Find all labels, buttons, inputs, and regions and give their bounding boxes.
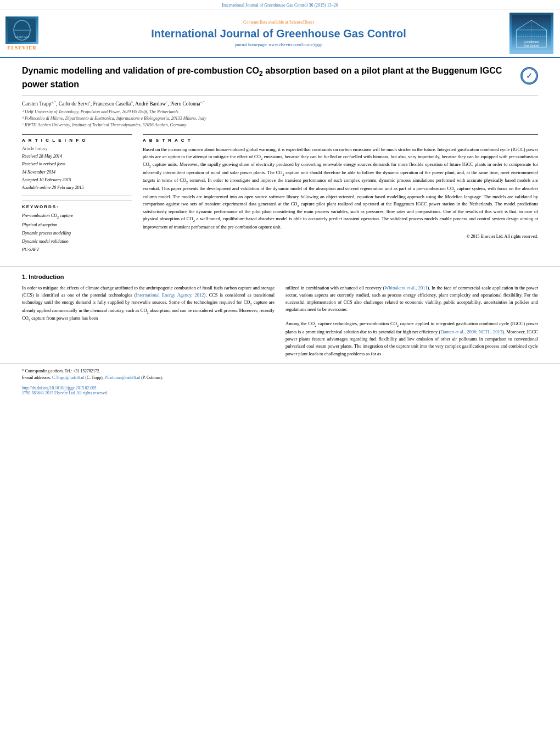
sciencedirect-link[interactable]: Contents lists available at ScienceDirec… bbox=[243, 20, 314, 25]
intro-col-left: In order to mitigate the effects of clim… bbox=[22, 284, 275, 358]
ref-whittaker-link[interactable]: Whittakera et al., 2011 bbox=[384, 285, 427, 291]
keyword-2: Physical absorption bbox=[22, 221, 132, 229]
greenhouse-badge-section: Greenhouse Gas Control bbox=[508, 13, 555, 54]
elsevier-logo: ELSEVIER ELSEVIER bbox=[5, 16, 38, 51]
intro-left-text: In order to mitigate the effects of clim… bbox=[22, 284, 275, 323]
ref-damen-link[interactable]: Damen et al., 2006; NETL, 2013 bbox=[440, 329, 502, 334]
ref-iea-link[interactable]: International Energy Agency, 2012 bbox=[136, 292, 204, 298]
keyword-3: Dynamic process modelling bbox=[22, 229, 132, 237]
intro-right-text-2: Among the CO2 capture technologies, pre-… bbox=[285, 320, 538, 357]
article-title-section: Dynamic modelling and validation of pre-… bbox=[22, 65, 538, 96]
affiliations: ᵃ Delft University of Technology, Propul… bbox=[22, 109, 538, 129]
article-body: Dynamic modelling and validation of pre-… bbox=[0, 58, 560, 260]
top-bar: International Journal of Greenhouse Gas … bbox=[0, 0, 560, 9]
affiliation-b: ᵇ Politecnico di Milano, Dipartimento di… bbox=[22, 115, 538, 122]
keywords-heading: Keywords: bbox=[22, 204, 132, 209]
footnote-section: * Corresponding authors. Tel.: +31 15278… bbox=[0, 363, 560, 383]
journal-homepage[interactable]: journal homepage: www.elsevier.com/locat… bbox=[234, 42, 322, 47]
article-history: Article history: Received 28 May 2014 Re… bbox=[22, 145, 132, 192]
keyword-1: Pre-combustion CO2 capture bbox=[22, 211, 132, 221]
section-divider bbox=[0, 266, 560, 267]
footnote-text: * Corresponding authors. Tel.: +31 15278… bbox=[22, 368, 538, 381]
journal-header: ELSEVIER ELSEVIER Contents lists availab… bbox=[0, 9, 560, 58]
svg-text:✓: ✓ bbox=[526, 72, 533, 80]
elsevier-logo-section: ELSEVIER ELSEVIER bbox=[5, 13, 49, 54]
abstract-heading: A B S T R A C T bbox=[143, 138, 538, 143]
page-wrapper: International Journal of Greenhouse Gas … bbox=[0, 0, 560, 742]
abstract-text: Based on the increasing concern about hu… bbox=[143, 146, 538, 231]
elsevier-logo-image: ELSEVIER bbox=[5, 16, 38, 44]
email-link-colonna[interactable]: P.Colonna@tudelft.nl bbox=[105, 375, 141, 380]
journal-title: International Journal of Greenhouse Gas … bbox=[151, 27, 406, 40]
doi-section: http://dx.doi.org/10.1016/j.ijggc.2015.0… bbox=[0, 383, 560, 398]
affiliation-a: ᵃ Delft University of Technology, Propul… bbox=[22, 109, 538, 115]
svg-text:Gas Control: Gas Control bbox=[524, 44, 538, 47]
intro-two-col: In order to mitigate the effects of clim… bbox=[22, 284, 538, 358]
keyword-4: Dynamic model validation bbox=[22, 237, 132, 246]
issn-text: 1750-5836/© 2015 Elsevier Ltd. All right… bbox=[22, 390, 108, 395]
info-abstract-section: A R T I C L E I N F O Article history: R… bbox=[22, 134, 538, 254]
article-info-box: A R T I C L E I N F O Article history: R… bbox=[22, 134, 132, 196]
svg-text:ELSEVIER: ELSEVIER bbox=[14, 35, 30, 38]
article-title: Dynamic modelling and validation of pre-… bbox=[22, 65, 515, 91]
abstract-section: A B S T R A C T Based on the increasing … bbox=[143, 134, 538, 239]
authors-line: Carsten Trappa,*, Carlo de Servia, Franc… bbox=[22, 100, 538, 107]
authors-section: Carsten Trappa,*, Carlo de Servia, Franc… bbox=[22, 100, 538, 128]
keywords-list: Pre-combustion CO2 capture Physical abso… bbox=[22, 211, 132, 254]
introduction-section: 1. Introduction In order to mitigate the… bbox=[0, 274, 560, 358]
email-link-trapp[interactable]: C.Trapp@tudelft.nl bbox=[52, 375, 85, 380]
keywords-box: Keywords: Pre-combustion CO2 capture Phy… bbox=[22, 200, 132, 254]
keyword-5: PC-SAFT bbox=[22, 246, 132, 254]
doi-link[interactable]: http://dx.doi.org/10.1016/j.ijggc.2015.0… bbox=[22, 386, 97, 390]
intro-col-right: utilized in combination with enhanced oi… bbox=[285, 284, 538, 358]
crossmark-badge[interactable]: ✓ bbox=[520, 67, 538, 85]
article-info-column: A R T I C L E I N F O Article history: R… bbox=[22, 134, 132, 254]
abstract-column: A B S T R A C T Based on the increasing … bbox=[143, 134, 538, 254]
greenhouse-badge: Greenhouse Gas Control bbox=[509, 13, 553, 54]
elsevier-text: ELSEVIER bbox=[7, 45, 37, 51]
intro-heading: 1. Introduction bbox=[22, 274, 538, 280]
journal-reference: International Journal of Greenhouse Gas … bbox=[222, 3, 338, 8]
article-title-text: Dynamic modelling and validation of pre-… bbox=[22, 65, 515, 91]
intro-right-text: utilized in combination with enhanced oi… bbox=[285, 284, 538, 314]
article-info-heading: A R T I C L E I N F O bbox=[22, 138, 132, 143]
svg-text:Greenhouse: Greenhouse bbox=[524, 41, 539, 43]
affiliation-c: ᶜ RWTH Aachen University, Institute of T… bbox=[22, 122, 538, 129]
journal-title-section: Contents lists available at ScienceDirec… bbox=[55, 13, 502, 54]
abstract-copyright: © 2015 Elsevier Ltd. All rights reserved… bbox=[143, 234, 538, 239]
